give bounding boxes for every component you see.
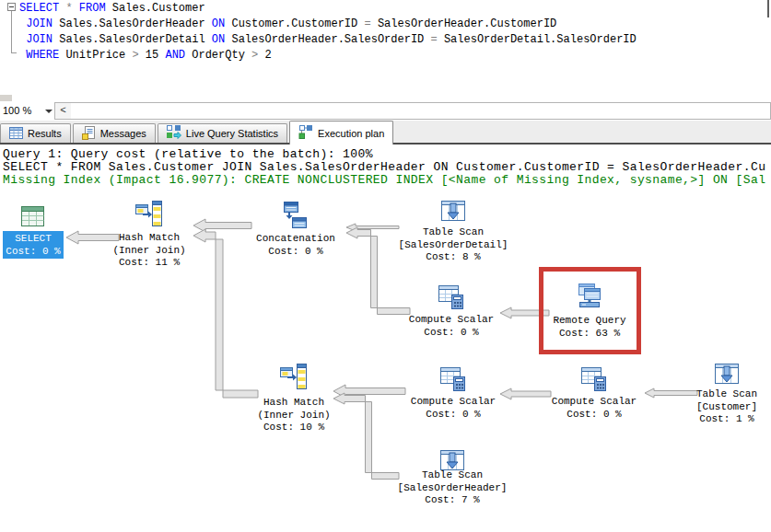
plan-node-text: (Inner Join)	[71, 245, 228, 258]
code-line[interactable]: JOIN Sales.SalesOrderHeader ON Customer.…	[19, 17, 637, 32]
plan-node-text: [SalesOrderDetail]	[375, 239, 532, 252]
ssms-window: SELECT * FROM Sales.Customer JOIN Sales.…	[0, 0, 771, 532]
tab-label: Messages	[100, 128, 146, 139]
code-line[interactable]: SELECT * FROM Sales.Customer	[19, 1, 637, 17]
compute-scalar-icon[interactable]	[438, 284, 463, 313]
plan-node-text: Hash Match	[216, 397, 372, 410]
plan-header: Query 1: Query cost (relative to the bat…	[3, 148, 765, 187]
remote-query-warning-box	[539, 267, 641, 354]
code-outline-bracket	[11, 11, 17, 53]
query-cost-line: Query 1: Query cost (relative to the bat…	[3, 148, 765, 161]
hash-match-icon[interactable]	[280, 363, 308, 394]
results-tab-strip: ResultsMessagesLive Query StatisticsExec…	[0, 121, 771, 145]
editor-edge-mark	[767, 0, 769, 17]
plan-node-hash1-label[interactable]: Hash Match(Inner Join)Cost: 11 %	[71, 232, 228, 270]
plan-node-hash2-label[interactable]: Hash Match(Inner Join)Cost: 10 %	[216, 397, 372, 434]
plan-node-concat-label[interactable]: ConcatenationCost: 0 %	[217, 233, 374, 258]
tab-live-query-statistics[interactable]: Live Query Statistics	[158, 123, 287, 143]
zoom-dropdown-caret-icon[interactable]	[45, 110, 53, 113]
plan-node-cs3_1-label[interactable]: Compute ScalarCost: 0 %	[375, 396, 532, 421]
plan-node-text: Cost: 0 %	[3, 245, 64, 258]
table-scan-icon[interactable]	[440, 199, 466, 227]
plan-node-text: Table Scan	[374, 469, 531, 482]
plan-node-text: Cost: 0 %	[373, 327, 530, 340]
plan-node-text: (Inner Join)	[216, 410, 372, 422]
plan-node-text: Cost: 7 %	[374, 494, 531, 507]
tab-results[interactable]: Results	[0, 123, 71, 143]
statement-line: SELECT * FROM Sales.Customer JOIN Sales.…	[3, 161, 765, 174]
plan-node-text: Compute Scalar	[373, 314, 530, 327]
plan-node-text: Hash Match	[71, 232, 228, 245]
code-collapse-icon[interactable]	[7, 3, 16, 11]
horizontal-scrollbar[interactable]: <	[54, 102, 771, 120]
plan-node-ts_sod-label[interactable]: Table Scan[SalesOrderDetail]Cost: 8 %	[375, 226, 532, 264]
hash-match-icon[interactable]	[135, 200, 163, 231]
compute-scalar-icon[interactable]	[440, 366, 465, 395]
plan-node-text: SELECT	[3, 232, 64, 245]
compute-scalar-icon[interactable]	[581, 366, 606, 395]
sql-code[interactable]: SELECT * FROM Sales.Customer JOIN Sales.…	[19, 1, 637, 64]
plan-node-text: Cost: 8 %	[375, 251, 532, 264]
plan-node-text: Cost: 0 %	[217, 246, 374, 259]
results-grid-icon	[9, 126, 23, 142]
plan-node-text: Cost: 11 %	[71, 257, 228, 270]
plan-node-text: Cost: 1 %	[648, 413, 771, 426]
editor-corner-block	[0, 95, 12, 101]
plan-node-ts_soh-label[interactable]: Table Scan[SalesOrderHeader]Cost: 7 %	[374, 469, 531, 507]
messages-icon	[82, 126, 96, 142]
missing-index-line[interactable]: Missing Index (Impact 16.9077): CREATE N…	[3, 174, 765, 187]
live-query-statistics-icon	[167, 125, 181, 142]
plan-node-select-label[interactable]: SELECTCost: 0 %	[3, 231, 64, 259]
plan-node-text: Cost: 0 %	[375, 409, 532, 422]
plan-node-text: [Customer]	[648, 401, 771, 414]
plan-node-cs_r2-label[interactable]: Compute ScalarCost: 0 %	[373, 314, 530, 339]
tab-messages[interactable]: Messages	[73, 123, 156, 143]
code-line[interactable]: JOIN Sales.SalesOrderDetail ON SalesOrde…	[19, 32, 637, 48]
zoom-dropdown[interactable]: 100 %	[3, 105, 31, 116]
tab-label: Execution plan	[318, 128, 384, 139]
plan-node-text: Cost: 10 %	[216, 422, 372, 434]
tab-execution-plan[interactable]: Execution plan	[289, 121, 393, 145]
concatenation-icon[interactable]	[283, 201, 308, 233]
editor-bottom-bar: 100 % <	[0, 101, 771, 121]
plan-node-text: Table Scan	[375, 226, 532, 239]
select-result-icon[interactable]	[20, 204, 45, 232]
plan-node-text: [SalesOrderHeader]	[374, 482, 531, 495]
tab-label: Live Query Statistics	[186, 128, 278, 139]
sql-editor[interactable]: SELECT * FROM Sales.Customer JOIN Sales.…	[0, 0, 771, 95]
plan-node-text: Table Scan	[648, 388, 771, 401]
tab-label: Results	[28, 128, 62, 139]
table-scan-icon[interactable]	[714, 362, 740, 390]
execution-plan-icon	[298, 125, 313, 142]
plan-node-text: Concatenation	[217, 233, 374, 246]
plan-node-text: Compute Scalar	[375, 396, 532, 409]
code-line[interactable]: WHERE UnitPrice > 15 AND OrderQty > 2	[19, 48, 637, 64]
scroll-left-button[interactable]: <	[55, 103, 71, 119]
plan-node-ts_cust-label[interactable]: Table Scan[Customer]Cost: 1 %	[648, 388, 771, 426]
